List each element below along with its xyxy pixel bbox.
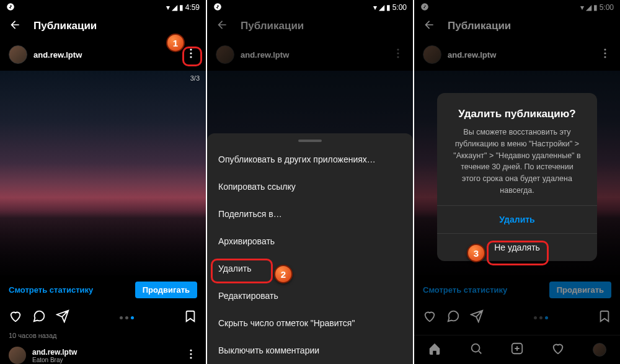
- svg-point-11: [397, 52, 399, 54]
- username: and.rew.lptw: [241, 50, 289, 60]
- author-avatar[interactable]: [9, 347, 26, 364]
- sheet-item-edit[interactable]: Редактировать: [207, 282, 413, 309]
- bookmark-icon[interactable]: [184, 309, 197, 326]
- carousel-counter: 3/3: [190, 74, 200, 82]
- signal-icon: ◢: [379, 3, 384, 12]
- sheet-item-publish-other[interactable]: Опубликовать в других приложениях…: [207, 146, 413, 173]
- carousel-dots: [79, 316, 174, 319]
- svg-point-4: [190, 349, 192, 351]
- page-title: Публикации: [241, 20, 304, 32]
- svg-point-3: [190, 56, 192, 58]
- back-button: [423, 19, 435, 33]
- nav-activity-icon: [551, 342, 565, 358]
- promote-button: Продвигать: [549, 282, 611, 298]
- more-options-button: [392, 43, 404, 66]
- bottom-nav: [414, 335, 620, 364]
- svg-point-6: [190, 357, 192, 358]
- shazam-icon: [213, 2, 222, 13]
- share-icon[interactable]: [56, 309, 69, 326]
- nav-home-icon: [428, 342, 441, 358]
- page-title: Публикации: [33, 20, 97, 32]
- svg-point-12: [397, 56, 399, 58]
- promote-button[interactable]: Продвигать: [135, 282, 197, 298]
- shazam-icon: [420, 2, 429, 13]
- share-icon: [470, 309, 484, 326]
- dialog-cancel-button[interactable]: Не удалять: [437, 233, 597, 261]
- user-row: and.rew.lptw: [414, 38, 620, 71]
- dialog-body: Вы сможете восстановить эту публикацию в…: [437, 127, 597, 205]
- signal-icon: ◢: [586, 3, 591, 12]
- svg-point-1: [190, 48, 192, 50]
- step-badge-2: 2: [274, 265, 293, 283]
- wifi-icon: ▾: [373, 3, 377, 12]
- more-options-button: [599, 43, 611, 66]
- avatar: [216, 45, 234, 64]
- sheet-item-archive[interactable]: Архивировать: [207, 228, 413, 255]
- status-time: 4:59: [185, 3, 200, 12]
- sheet-item-share[interactable]: Поделиться в…: [207, 200, 413, 228]
- sheet-item-copy-link[interactable]: Копировать ссылку: [207, 173, 413, 200]
- author-location: Eaton Bray: [32, 357, 77, 363]
- comment-icon[interactable]: [32, 309, 46, 326]
- step-badge-1: 1: [166, 33, 185, 52]
- author-name: and.rew.lptw: [32, 348, 77, 357]
- step-badge-3: 3: [467, 244, 485, 262]
- sheet-item-disable-comments[interactable]: Выключить комментарии: [207, 337, 413, 364]
- status-time: 5:00: [600, 3, 614, 12]
- page-title: Публикации: [448, 20, 511, 32]
- nav-profile-icon: [593, 343, 606, 357]
- time-ago: 10 часов назад: [0, 331, 206, 340]
- delete-dialog: Удалить публикацию? Вы сможете восстанов…: [437, 93, 597, 261]
- bookmark-icon: [598, 309, 611, 326]
- shazam-icon: [6, 2, 15, 13]
- sheet-item-hide-likes[interactable]: Скрыть число отметок "Нравится": [207, 309, 413, 337]
- author-row[interactable]: and.rew.lptw Eaton Bray: [0, 340, 206, 364]
- signal-icon: ◢: [172, 3, 177, 12]
- like-icon[interactable]: [9, 309, 22, 326]
- like-icon: [423, 309, 436, 326]
- sheet-item-delete[interactable]: Удалить: [207, 255, 413, 282]
- user-row: and.rew.lptw: [207, 38, 413, 71]
- author-more-button[interactable]: [185, 344, 197, 364]
- wifi-icon: ▾: [166, 3, 170, 12]
- status-bar: ▾◢▮5:00: [414, 0, 620, 14]
- svg-point-10: [397, 48, 399, 50]
- nav-add-icon: [510, 342, 524, 358]
- avatar[interactable]: [9, 45, 27, 64]
- username[interactable]: and.rew.lptw: [33, 50, 82, 60]
- carousel-dots: [494, 316, 588, 319]
- view-insights-link[interactable]: Смотреть статистику: [9, 285, 93, 295]
- svg-point-2: [190, 52, 192, 54]
- wifi-icon: ▾: [580, 3, 584, 12]
- status-bar: ▾◢▮5:00: [207, 0, 413, 14]
- more-options-button[interactable]: [185, 43, 197, 66]
- sheet-handle[interactable]: [298, 140, 322, 142]
- view-insights-link: Смотреть статистику: [423, 285, 507, 295]
- status-bar: ▾ ◢ ▮ 4:59: [0, 0, 206, 14]
- battery-icon: ▮: [386, 3, 391, 12]
- avatar: [423, 45, 441, 64]
- svg-point-16: [604, 56, 606, 58]
- svg-point-15: [604, 52, 606, 54]
- svg-point-5: [190, 353, 192, 355]
- options-sheet: Опубликовать в других приложениях… Копир…: [207, 133, 413, 364]
- battery-icon: ▮: [179, 3, 184, 12]
- post-image[interactable]: 3/3: [0, 71, 206, 275]
- username: and.rew.lptw: [448, 50, 496, 60]
- back-button[interactable]: [9, 19, 21, 33]
- svg-point-17: [471, 344, 479, 352]
- battery-icon: ▮: [593, 3, 598, 12]
- dialog-confirm-button[interactable]: Удалить: [437, 205, 597, 233]
- dialog-title: Удалить публикацию?: [437, 105, 597, 127]
- comment-icon: [446, 309, 460, 326]
- nav-search-icon: [469, 342, 483, 358]
- svg-point-14: [604, 48, 606, 50]
- back-button[interactable]: [216, 19, 228, 33]
- status-time: 5:00: [392, 3, 407, 12]
